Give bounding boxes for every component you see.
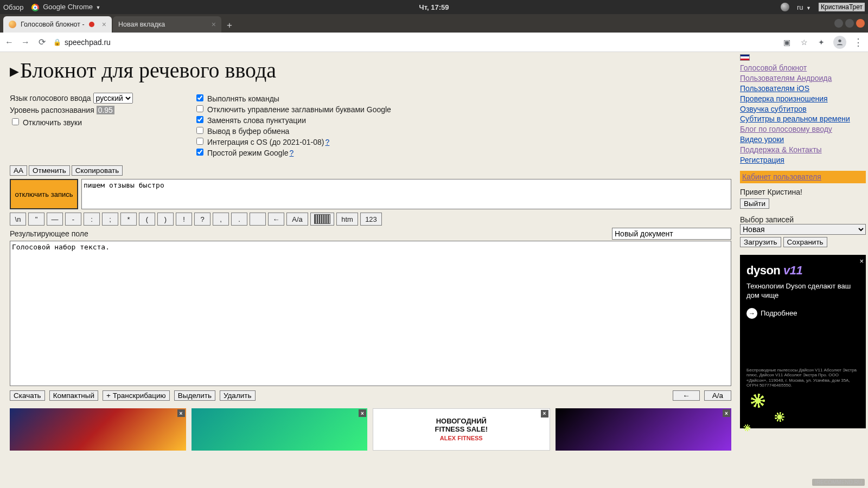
extensions-icon[interactable]: ✦ <box>816 37 827 48</box>
close-ad-icon[interactable]: × <box>541 410 548 418</box>
close-ad-icon[interactable]: × <box>723 409 730 417</box>
symbol-button[interactable]: ) <box>157 213 174 226</box>
option-punct[interactable]: Заменять слова пунктуации <box>194 114 391 125</box>
option-simple-checkbox[interactable] <box>196 149 203 156</box>
camera-icon[interactable]: ▣ <box>781 37 792 48</box>
symbol-button[interactable]: : <box>84 213 100 226</box>
mute-sounds-checkbox[interactable] <box>12 118 19 125</box>
close-tab-icon[interactable]: × <box>212 20 216 29</box>
active-app-menu[interactable]: Google Chrome ▼ <box>31 3 101 11</box>
symbol-button[interactable]: - <box>65 213 81 226</box>
sidebar-link[interactable]: Блог по голосовому вводу <box>740 124 866 134</box>
close-ad-icon[interactable]: × <box>177 409 185 417</box>
activities-button[interactable]: Обзор <box>3 3 24 11</box>
symbol-button[interactable]: ! <box>176 213 192 226</box>
compact-button[interactable]: Компактный <box>49 390 98 401</box>
window-close-button[interactable] <box>856 19 865 28</box>
delete-button[interactable]: Удалить <box>220 390 256 401</box>
record-selector[interactable]: Новая <box>740 224 866 235</box>
sidebar-link[interactable]: Озвучка субтитров <box>740 104 866 114</box>
sidebar-link[interactable]: Пользователям Андроида <box>740 73 866 84</box>
help-icon[interactable]: ? <box>326 138 330 146</box>
input-language-select[interactable]: русский <box>93 93 133 104</box>
profile-avatar[interactable] <box>833 36 846 49</box>
sidebar-link[interactable]: Субтитры в реальном времени <box>740 114 866 124</box>
option-buf[interactable]: Вывод в буфер обмена <box>194 125 391 136</box>
save-button[interactable]: Сохранить <box>783 237 827 247</box>
font-size-button[interactable]: AA <box>10 165 27 176</box>
tab-speechpad[interactable]: Голосовой блокнот - × <box>3 16 112 33</box>
symbol-button[interactable] <box>310 213 334 226</box>
symbol-button[interactable]: \n <box>10 213 26 226</box>
clock[interactable]: Чт, 17:59 <box>419 3 449 11</box>
option-cmd[interactable]: Выполнять команды <box>194 93 391 103</box>
chrome-menu-button[interactable]: ⋮ <box>853 37 864 48</box>
result-case-button[interactable]: A/a <box>704 390 731 401</box>
sidebar-link[interactable]: Видео уроки <box>740 134 866 145</box>
symbol-button[interactable]: ? <box>194 213 210 226</box>
help-icon[interactable]: ? <box>290 149 294 157</box>
symbol-button[interactable]: htm <box>336 213 358 226</box>
mute-sounds-option[interactable]: Отключить звуки <box>10 118 82 127</box>
symbol-button[interactable]: A/a <box>286 213 308 226</box>
load-button[interactable]: Загрузить <box>740 237 781 247</box>
sidebar-link[interactable]: Голосовой блокнот <box>740 63 866 73</box>
symbol-button[interactable]: . <box>231 213 247 226</box>
user-cabinet-link[interactable]: Кабинет пользователя <box>742 172 821 181</box>
close-ad-icon[interactable]: × <box>859 257 864 265</box>
user-menu[interactable]: КристинаТрет <box>819 3 865 11</box>
undo-button[interactable]: Отменить <box>29 165 70 176</box>
sidebar-link[interactable]: Пользователям iOS <box>740 84 866 94</box>
symbol-button[interactable]: 123 <box>360 213 382 226</box>
option-caps-checkbox[interactable] <box>196 105 203 112</box>
transcription-input[interactable]: пишем отзывы быстро <box>81 179 731 209</box>
symbol-button[interactable]: ; <box>102 213 118 226</box>
symbol-button[interactable]: * <box>120 213 137 226</box>
tab-newtab[interactable]: Новая вкладка × <box>113 16 221 33</box>
option-cmd-checkbox[interactable] <box>196 94 203 101</box>
new-tab-button[interactable]: + <box>222 18 237 33</box>
add-transcription-button[interactable]: + Транскрибацию <box>103 390 170 401</box>
option-os[interactable]: Интеграция с OS (до 2021-01-08)? <box>194 136 391 146</box>
steam-tray-icon[interactable] <box>781 3 789 11</box>
option-buf-checkbox[interactable] <box>196 127 203 134</box>
symbol-button[interactable] <box>250 213 266 226</box>
download-button[interactable]: Скачать <box>10 390 45 401</box>
logout-button[interactable]: Выйти <box>740 198 769 209</box>
symbol-button[interactable]: , <box>213 213 229 226</box>
symbol-button[interactable]: ← <box>268 213 284 226</box>
copy-button[interactable]: Скопировать <box>72 165 123 176</box>
address-bar[interactable]: 🔒 speechpad.ru <box>53 38 775 47</box>
keyboard-layout-indicator[interactable]: ru ▼ <box>797 3 811 11</box>
option-simple[interactable]: Простой режим Google? <box>194 147 391 157</box>
symbol-button[interactable]: — <box>47 213 63 226</box>
option-punct-checkbox[interactable] <box>196 116 203 123</box>
ad-banner[interactable]: × <box>556 408 732 451</box>
ad-more-button[interactable]: → Подробнее <box>746 308 797 319</box>
nav-reload-button[interactable]: ⟳ <box>37 37 47 47</box>
symbol-button[interactable]: " <box>28 213 44 226</box>
sidebar-link[interactable]: Проверка произношения <box>740 94 866 104</box>
sidebar-ad[interactable]: × dyson v11 Технологии Dyson сделают ваш… <box>740 255 866 428</box>
uk-flag-icon[interactable] <box>740 54 750 61</box>
ad-banner[interactable]: × <box>10 408 186 451</box>
bookmark-star-icon[interactable]: ☆ <box>799 37 809 48</box>
result-back-button[interactable]: ← <box>673 390 700 401</box>
nav-back-button[interactable]: ← <box>4 37 14 47</box>
select-all-button[interactable]: Выделить <box>174 390 215 401</box>
sidebar-link[interactable]: Поддержка & Контакты <box>740 145 866 155</box>
ad-banner[interactable]: × НОВОГОДНИЙ FITNESS SALE! ALEX FITNESS <box>373 408 550 451</box>
window-minimize-button[interactable] <box>834 19 843 28</box>
nav-forward-button[interactable]: → <box>21 37 30 47</box>
close-tab-icon[interactable]: × <box>102 20 106 29</box>
option-os-checkbox[interactable] <box>196 138 203 145</box>
window-maximize-button[interactable] <box>845 19 854 28</box>
ad-banner[interactable]: × <box>192 408 368 451</box>
sidebar-link[interactable]: Регистрация <box>740 155 866 165</box>
document-title-input[interactable] <box>612 228 731 240</box>
option-caps[interactable]: Отключить управление заглавными буквами … <box>194 104 391 114</box>
toggle-record-button[interactable]: отключить запись <box>10 179 78 209</box>
symbol-button[interactable]: ( <box>139 213 155 226</box>
result-textarea[interactable]: Голосовой набор текста. <box>10 241 731 386</box>
close-ad-icon[interactable]: × <box>359 409 366 417</box>
